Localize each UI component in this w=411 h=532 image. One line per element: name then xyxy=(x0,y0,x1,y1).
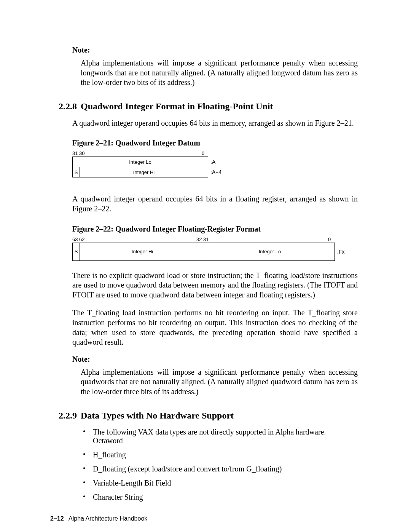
bit-label-30: 30 xyxy=(79,150,84,156)
figure-21-row1: Integer Lo :A xyxy=(73,157,222,167)
figure-21-addr-a4: :A+4 xyxy=(208,167,222,177)
bit-label-31: 31 xyxy=(72,150,78,156)
page-footer: 2–12 Alpha Architecture Handbook xyxy=(50,515,358,522)
section-title: Data Types with No Hardware Support xyxy=(81,411,234,421)
figure-21-addr-a: :A xyxy=(208,157,222,167)
figure-22-fx: :Fx xyxy=(335,243,345,260)
list-item: Variable-Length Bit Field xyxy=(93,479,358,487)
section-228-intro: A quadword integer operand occupies 64 b… xyxy=(72,118,358,128)
figure-21-integer-lo: Integer Lo xyxy=(73,157,208,167)
list-item: D_floating (except load/store and conver… xyxy=(93,465,358,473)
figure-21-caption: Figure 2–21: Quadword Integer Datum xyxy=(72,139,358,147)
footer-title: Alpha Architecture Handbook xyxy=(68,515,147,522)
figure-21: 31 30 0 Integer Lo :A S Integer Hi :A+4 xyxy=(72,150,358,177)
section-number: 2.2.8 xyxy=(59,101,77,112)
figure-22-integer-hi: Integer Hi xyxy=(80,243,205,260)
bit-label-0: 0 xyxy=(328,236,331,242)
figure-21-sign-bit: S xyxy=(73,167,80,177)
section-228-heading: 2.2.8 Quadword Integer Format in Floatin… xyxy=(59,101,358,112)
note-heading-2: Note: xyxy=(72,355,358,364)
bit-label-0: 0 xyxy=(202,150,204,156)
list-item: Character String xyxy=(93,493,358,502)
para-after-fig21: A quadword integer operand occupies 64 b… xyxy=(72,194,358,214)
note-heading-1: Note: xyxy=(72,46,358,54)
figure-22-table: S Integer Hi Integer Lo :Fx xyxy=(72,243,345,261)
figure-22-integer-lo: Integer Lo xyxy=(205,243,335,260)
para-after-fig22b: The T_floating load instruction performs… xyxy=(72,308,358,347)
bit-label-31: 31 xyxy=(203,236,209,242)
para-after-fig22a: There is no explicit quadword load or st… xyxy=(72,271,358,300)
note-body-2: Alpha implementations will impose a sign… xyxy=(72,367,358,397)
note-body-1: Alpha implementations will impose a sign… xyxy=(72,58,358,88)
figure-21-table: Integer Lo :A S Integer Hi :A+4 xyxy=(72,157,222,177)
figure-22-sign-bit: S xyxy=(73,243,80,260)
section-229-bullets: The following VAX data types are not dir… xyxy=(72,428,358,502)
figure-22-row: S Integer Hi Integer Lo :Fx xyxy=(73,243,345,260)
figure-21-row2: S Integer Hi :A+4 xyxy=(73,167,222,177)
list-item: H_floating xyxy=(93,451,358,459)
section-229-heading: 2.2.9 Data Types with No Hardware Suppor… xyxy=(59,411,358,421)
list-item: The following VAX data types are not dir… xyxy=(93,428,358,445)
figure-21-bitlabels: 31 30 0 xyxy=(72,150,206,157)
bit-label-62: 62 xyxy=(79,236,84,242)
page: Note: Alpha implementations will impose … xyxy=(0,0,411,532)
figure-22-bitlabels: 63 62 32 31 0 xyxy=(72,236,331,243)
bit-label-32: 32 xyxy=(196,236,202,242)
figure-21-integer-hi: Integer Hi xyxy=(80,167,208,177)
page-number: 2–12 xyxy=(50,515,64,522)
figure-22-caption: Figure 2–22: Quadword Integer Floating-R… xyxy=(72,225,358,233)
section-title: Quadword Integer Format in Floating-Poin… xyxy=(81,101,273,112)
figure-22: 63 62 32 31 0 S Integer Hi Integer Lo :F… xyxy=(72,236,358,261)
bit-label-63: 63 xyxy=(72,236,78,242)
section-number: 2.2.9 xyxy=(59,411,77,421)
